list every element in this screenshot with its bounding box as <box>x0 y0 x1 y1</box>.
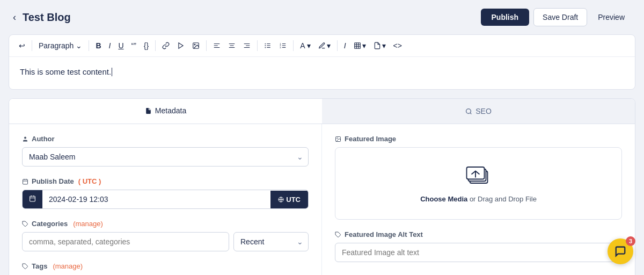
svg-point-29 <box>466 108 471 113</box>
panel-left: Author Maab Saleem ⌄ Publish Date ( UTC … <box>9 124 322 275</box>
paragraph-select[interactable]: Paragraph ⌄ <box>35 39 85 52</box>
separator-3 <box>155 40 156 51</box>
alt-text-label: Featured Image Alt Text <box>335 230 622 238</box>
author-select-wrapper: Maab Saleem ⌄ <box>22 147 309 167</box>
top-bar: ‹ Test Blog Publish Save Draft Preview <box>0 0 644 34</box>
utc-label: ( UTC ) <box>78 177 101 185</box>
align-center-button[interactable] <box>225 40 239 52</box>
recent-select[interactable]: Recent <box>233 232 309 251</box>
svg-point-31 <box>24 136 26 139</box>
chat-icon <box>614 245 626 257</box>
categories-label: Categories (manage) <box>22 220 309 228</box>
separator-4 <box>206 40 207 51</box>
italic-button[interactable]: I <box>106 39 114 52</box>
tab-seo[interactable]: SEO <box>322 99 635 124</box>
featured-image-label: Featured Image <box>335 135 622 143</box>
tags-label: Tags (manage) <box>22 262 309 270</box>
author-label: Author <box>22 135 309 143</box>
author-select[interactable]: Maab Saleem <box>22 147 309 167</box>
separator-5 <box>257 40 258 51</box>
separator-1 <box>32 40 32 51</box>
categories-row: Recent ⌄ <box>22 232 309 251</box>
separator-2 <box>89 40 89 51</box>
highlight-button[interactable]: ▾ <box>315 39 334 52</box>
save-draft-button[interactable]: Save Draft <box>533 8 587 26</box>
tab-metadata[interactable]: Metadata <box>9 99 322 124</box>
tags-manage-link[interactable]: (manage) <box>53 262 83 270</box>
link-button[interactable] <box>159 40 173 52</box>
svg-rect-24 <box>354 43 360 49</box>
chat-bubble[interactable]: 3 <box>608 238 633 264</box>
paragraph-label: Paragraph <box>39 41 74 50</box>
editor-content[interactable]: This is some test content. <box>9 57 635 89</box>
categories-input[interactable] <box>22 232 229 251</box>
author-field-group: Author Maab Saleem ⌄ <box>22 135 309 167</box>
alt-text-field-group: Featured Image Alt Text <box>335 230 622 262</box>
toolbar: ↩ Paragraph ⌄ B I U “” {} <box>9 35 635 57</box>
tab-seo-label: SEO <box>475 107 492 115</box>
quote-button[interactable]: “” <box>128 39 140 52</box>
utc-button[interactable]: UTC <box>270 191 308 208</box>
seo-search-icon <box>465 108 472 115</box>
panel-right: Featured Image Choose Media or Drag and … <box>322 124 635 275</box>
date-input[interactable] <box>42 190 270 208</box>
svg-rect-32 <box>23 179 28 184</box>
align-left-button[interactable] <box>210 40 224 52</box>
alt-text-input[interactable] <box>335 243 622 262</box>
svg-point-17 <box>265 47 266 48</box>
tags-icon <box>22 263 28 270</box>
bold-button[interactable]: B <box>92 39 104 52</box>
calendar-icon <box>22 178 28 185</box>
undo-button[interactable]: ↩ <box>16 39 28 52</box>
editor-wrapper: ↩ Paragraph ⌄ B I U “” {} <box>9 34 635 90</box>
metadata-icon <box>145 107 152 114</box>
preview-button[interactable]: Preview <box>591 9 631 26</box>
panel-body: Author Maab Saleem ⌄ Publish Date ( UTC … <box>9 124 635 275</box>
upload-layers-icon <box>466 164 492 190</box>
separator-6 <box>293 40 294 51</box>
align-right-button[interactable] <box>240 40 254 52</box>
featured-image-text: Choose Media or Drag and Drop File <box>420 195 537 203</box>
font-color-button[interactable]: A ▾ <box>297 39 313 52</box>
top-bar-left: ‹ Test Blog <box>13 11 71 24</box>
tab-metadata-label: Metadata <box>155 106 186 115</box>
categories-manage-link[interactable]: (manage) <box>73 220 103 228</box>
unordered-list-button[interactable] <box>261 40 275 52</box>
image-field-icon <box>335 136 341 142</box>
code-button[interactable]: {} <box>141 39 152 52</box>
svg-marker-0 <box>179 43 183 49</box>
ordered-list-button[interactable]: 123 <box>276 40 290 52</box>
publish-date-label: Publish Date ( UTC ) <box>22 177 309 185</box>
svg-point-2 <box>194 44 195 45</box>
back-button[interactable]: ‹ <box>13 12 16 23</box>
image-button[interactable] <box>189 40 203 52</box>
tags-field-group: Tags (manage) <box>22 262 309 270</box>
bottom-panel: Metadata SEO Author Maab Saleem ⌄ <box>9 98 635 275</box>
featured-image-field-group: Featured Image Choose Media or Drag and … <box>335 135 622 220</box>
svg-point-16 <box>265 45 266 46</box>
featured-image-dropzone[interactable]: Choose Media or Drag and Drop File <box>335 147 622 220</box>
globe-icon <box>278 197 284 202</box>
chat-badge: 3 <box>626 236 635 246</box>
tab-bar: Metadata SEO <box>9 99 635 124</box>
svg-point-15 <box>265 44 266 45</box>
doc-button[interactable]: ▾ <box>370 39 389 52</box>
top-bar-right: Publish Save Draft Preview <box>481 8 632 26</box>
video-button[interactable] <box>174 40 188 52</box>
chevron-down-icon: ⌄ <box>76 41 82 50</box>
publish-button[interactable]: Publish <box>481 9 530 26</box>
tag-icon <box>22 221 28 227</box>
svg-rect-36 <box>30 196 35 201</box>
author-icon <box>22 136 28 142</box>
categories-field-group: Categories (manage) Recent ⌄ <box>22 220 309 251</box>
publish-date-field-group: Publish Date ( UTC ) UTC <box>22 177 309 209</box>
table-button[interactable]: ▾ <box>350 39 369 52</box>
alt-tag-icon <box>335 231 341 238</box>
italic2-button[interactable]: I <box>341 39 349 52</box>
svg-text:3: 3 <box>280 46 281 49</box>
recent-select-wrapper: Recent ⌄ <box>233 232 309 251</box>
underline-button[interactable]: U <box>115 39 127 52</box>
date-icon-button[interactable] <box>23 190 42 208</box>
date-field-wrapper: UTC <box>22 190 309 209</box>
html-button[interactable]: <> <box>390 39 405 52</box>
